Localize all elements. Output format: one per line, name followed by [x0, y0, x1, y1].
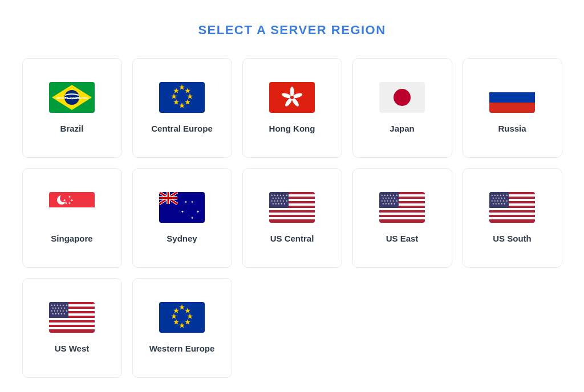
svg-point-21 [394, 89, 411, 106]
svg-rect-54 [269, 213, 315, 215]
flag-us-west: ★ ★ ★ ★ ★ ★ ★ ★ ★ ★ ★ ★ ★ ★ ★ ★ ★ ★ ★ ★ … [49, 302, 95, 333]
svg-text:✦: ✦ [190, 200, 194, 204]
region-card-hong-kong[interactable]: Hong Kong [242, 58, 342, 158]
flag-us-central: ★ ★ ★ ★ ★ ★ ★ ★ ★ ★ ★ ★ ★ ★ ★ ★ ★ ★ ★ ★ … [269, 192, 315, 223]
region-card-brazil[interactable]: ORDEM E PROGRESSO Brazil [22, 58, 122, 158]
region-label-brazil: Brazil [60, 123, 84, 134]
svg-text:ORDEM E PROGRESSO: ORDEM E PROGRESSO [56, 96, 88, 100]
svg-rect-67 [379, 217, 425, 219]
region-card-us-central[interactable]: ★ ★ ★ ★ ★ ★ ★ ★ ★ ★ ★ ★ ★ ★ ★ ★ ★ ★ ★ ★ … [242, 168, 342, 268]
region-label-japan: Japan [390, 123, 414, 134]
svg-rect-43 [159, 197, 177, 199]
svg-rect-22 [489, 82, 535, 92]
svg-text:✦: ✦ [184, 200, 188, 204]
flag-russia [489, 82, 535, 113]
svg-rect-65 [379, 208, 425, 210]
region-card-western-europe[interactable]: Western Europe [132, 278, 232, 378]
svg-rect-78 [489, 213, 535, 215]
region-card-japan[interactable]: Japan [352, 58, 452, 158]
region-label-singapore: Singapore [51, 233, 92, 244]
svg-rect-66 [379, 213, 425, 215]
region-card-us-west[interactable]: ★ ★ ★ ★ ★ ★ ★ ★ ★ ★ ★ ★ ★ ★ ★ ★ ★ ★ ★ ★ … [22, 278, 122, 378]
svg-rect-79 [489, 217, 535, 219]
svg-text:✦: ✦ [63, 198, 66, 202]
region-card-sydney[interactable]: ✦ ✦ ✦ ✦ ✦ Sydney [132, 168, 232, 268]
region-label-us-west: US West [55, 343, 90, 354]
svg-rect-23 [489, 92, 535, 103]
region-card-us-south[interactable]: ★ ★ ★ ★ ★ ★ ★ ★ ★ ★ ★ ★ ★ ★ ★ ★ ★ ★ ★ ★ … [463, 168, 562, 268]
svg-rect-91 [49, 327, 95, 329]
flag-singapore: ✦ ✦ ✦ ✦ ✦ [49, 192, 95, 223]
svg-point-14 [290, 87, 294, 97]
svg-text:✦: ✦ [196, 210, 200, 214]
svg-text:★ ★ ★ ★ ★: ★ ★ ★ ★ ★ [52, 312, 66, 315]
flag-hong-kong [269, 82, 315, 113]
svg-text:✦: ✦ [181, 210, 184, 214]
svg-text:★ ★ ★ ★ ★: ★ ★ ★ ★ ★ [492, 202, 506, 205]
region-card-russia[interactable]: Russia [463, 58, 562, 158]
svg-rect-26 [49, 207, 95, 223]
svg-text:★ ★ ★ ★ ★: ★ ★ ★ ★ ★ [382, 202, 396, 205]
region-label-us-central: US Central [270, 233, 314, 244]
region-label-us-east: US East [386, 233, 419, 244]
region-label-sydney: Sydney [167, 233, 197, 244]
svg-text:★ ★ ★ ★ ★: ★ ★ ★ ★ ★ [272, 202, 286, 205]
flag-central-europe [159, 82, 205, 113]
region-label-russia: Russia [498, 123, 526, 134]
region-label-us-south: US South [493, 233, 532, 244]
svg-point-19 [290, 96, 294, 99]
flag-us-east: ★ ★ ★ ★ ★ ★ ★ ★ ★ ★ ★ ★ ★ ★ ★ ★ ★ ★ ★ ★ … [379, 192, 425, 223]
svg-rect-55 [269, 217, 315, 219]
svg-rect-77 [489, 208, 535, 210]
flag-japan [379, 82, 425, 113]
region-card-singapore[interactable]: ✦ ✦ ✦ ✦ ✦ Singapore [22, 168, 122, 268]
svg-rect-90 [49, 322, 95, 325]
flag-brazil: ORDEM E PROGRESSO [49, 82, 95, 113]
svg-rect-24 [489, 103, 535, 113]
svg-rect-89 [49, 318, 95, 320]
flag-sydney: ✦ ✦ ✦ ✦ ✦ [159, 192, 205, 223]
svg-text:✦: ✦ [190, 216, 194, 220]
region-label-western-europe: Western Europe [149, 343, 215, 354]
region-label-hong-kong: Hong Kong [269, 123, 315, 134]
region-card-central-europe[interactable]: Central Europe [132, 58, 232, 158]
page-title: SELECT A SERVER REGION [198, 23, 386, 38]
svg-text:✦: ✦ [68, 201, 71, 205]
region-label-central-europe: Central Europe [151, 123, 213, 134]
regions-grid: ORDEM E PROGRESSO Brazil [22, 58, 562, 378]
svg-rect-53 [269, 208, 315, 210]
flag-western-europe [159, 302, 205, 333]
region-card-us-east[interactable]: ★ ★ ★ ★ ★ ★ ★ ★ ★ ★ ★ ★ ★ ★ ★ ★ ★ ★ ★ ★ … [352, 168, 452, 268]
flag-us-south: ★ ★ ★ ★ ★ ★ ★ ★ ★ ★ ★ ★ ★ ★ ★ ★ ★ ★ ★ ★ … [489, 192, 535, 223]
